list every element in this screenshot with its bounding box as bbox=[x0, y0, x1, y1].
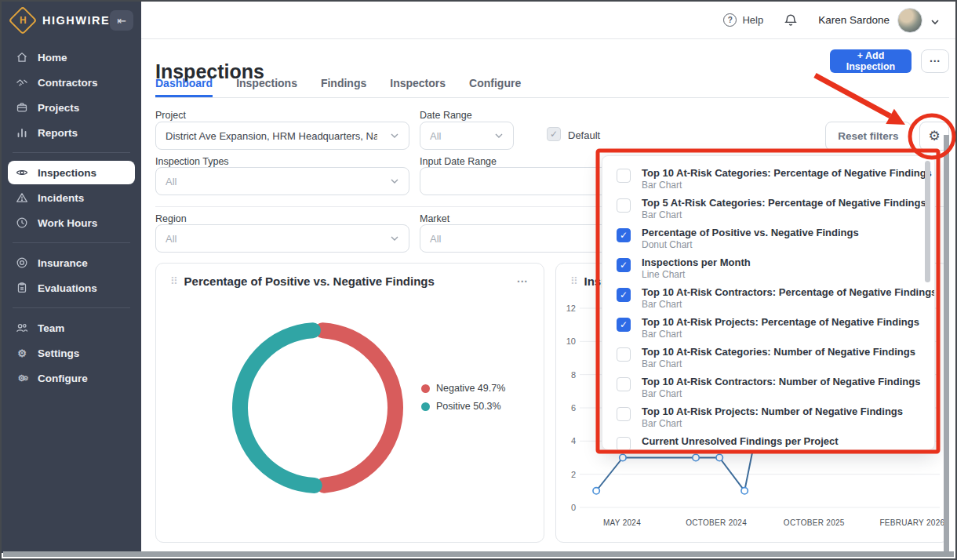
chart-picker-item[interactable]: Top 10 At-Risk Categories: Number of Neg… bbox=[617, 346, 934, 370]
legend-dot bbox=[421, 402, 430, 411]
reset-filters-button[interactable]: Reset filters bbox=[825, 122, 912, 151]
notifications-bell-icon[interactable] bbox=[784, 13, 798, 27]
checkbox-checked[interactable]: ✓ bbox=[617, 258, 631, 272]
svg-text:10: 10 bbox=[566, 336, 576, 346]
highwire-logo-icon: H bbox=[9, 6, 38, 35]
chart-picker-item[interactable]: ✓Top 10 At-Risk Projects: Percentage of … bbox=[617, 316, 934, 340]
sidebar-divider bbox=[13, 242, 130, 243]
region-filter-placeholder: All bbox=[166, 233, 176, 245]
sidebar-divider bbox=[13, 307, 130, 308]
avatar bbox=[897, 8, 922, 33]
chart-picker-item[interactable]: ✓Top 10 At-Risk Contractors: Percentage … bbox=[617, 286, 934, 311]
donut-chart bbox=[225, 315, 410, 500]
checkbox-checked[interactable]: ✓ bbox=[617, 318, 631, 332]
line-data-point bbox=[620, 454, 626, 460]
chart-picker-item-subtitle: Bar Chart bbox=[642, 329, 919, 340]
user-menu[interactable]: Karen Sardone bbox=[818, 8, 940, 33]
project-filter-select[interactable]: District Ave Expansion, HRM Headquarters… bbox=[155, 122, 409, 150]
sidebar-item-label: Insurance bbox=[38, 257, 88, 269]
horizontal-scrollbar[interactable] bbox=[3, 551, 954, 557]
market-filter-placeholder: All bbox=[430, 233, 441, 245]
sidebar-item-incidents[interactable]: Incidents bbox=[8, 186, 135, 209]
input-date-range-filter-label: Input Date Range bbox=[420, 156, 497, 167]
sidebar-collapse-button[interactable]: ⇤ bbox=[110, 10, 133, 31]
default-checkbox[interactable]: ✓ bbox=[547, 127, 561, 141]
chart-picker-item-title: Top 5 At-Risk Categories: Percentage of … bbox=[642, 197, 926, 209]
svg-text:OCTOBER 2025: OCTOBER 2025 bbox=[784, 518, 845, 527]
chart-picker-item[interactable]: Top 10 At-Risk Projects: Number of Negat… bbox=[617, 405, 934, 430]
legend-item: Negative 49.7% bbox=[421, 383, 505, 394]
chart-picker-item[interactable]: Top 10 At-Risk Categories: Percentage of… bbox=[617, 167, 934, 191]
region-filter-select[interactable]: All bbox=[155, 224, 409, 253]
sidebar-item-settings[interactable]: ⚙ Settings bbox=[8, 341, 135, 365]
sidebar-item-projects[interactable]: Projects bbox=[8, 96, 135, 119]
line-data-point bbox=[593, 488, 599, 494]
drag-handle-icon[interactable]: ⠿ bbox=[170, 275, 178, 287]
chart-picker-item[interactable]: Top 5 At-Risk Categories: Percentage of … bbox=[617, 197, 934, 221]
chevron-down-icon bbox=[390, 131, 399, 140]
sidebar-item-inspections[interactable]: Inspections bbox=[8, 161, 135, 184]
sidebar-item-evaluations[interactable]: Evaluations bbox=[8, 276, 135, 300]
checkbox-unchecked[interactable] bbox=[617, 347, 631, 362]
svg-text:2: 2 bbox=[571, 470, 576, 479]
vertical-scrollbar[interactable] bbox=[944, 135, 949, 553]
eye-icon bbox=[16, 166, 28, 179]
clock-icon bbox=[16, 216, 28, 229]
chart-picker-item[interactable]: ✓Percentage of Positive vs. Negative Fin… bbox=[617, 227, 934, 251]
sidebar-item-contractors[interactable]: Contractors bbox=[8, 71, 135, 94]
legend-label: Positive 50.3% bbox=[436, 401, 501, 412]
sidebar-item-team[interactable]: Team bbox=[8, 316, 135, 340]
tab-configure[interactable]: Configure bbox=[469, 77, 521, 97]
donut-card-more-button[interactable]: ··· bbox=[512, 275, 533, 288]
chart-picker-item[interactable]: Top 10 At-Risk Contractors: Number of Ne… bbox=[617, 376, 934, 400]
sidebar-divider bbox=[13, 152, 130, 153]
tab-findings[interactable]: Findings bbox=[321, 77, 366, 97]
tab-inspections[interactable]: Inspections bbox=[236, 77, 297, 97]
sidebar-item-insurance[interactable]: Insurance bbox=[8, 251, 135, 275]
chart-picker-item-title: Top 10 At-Risk Categories: Number of Neg… bbox=[642, 346, 915, 358]
help-question-icon: ? bbox=[723, 13, 737, 27]
tab-bar: Dashboard Inspections Findings Inspector… bbox=[155, 77, 949, 98]
svg-text:4: 4 bbox=[571, 436, 576, 445]
donut-card-title: Percentage of Positive vs. Negative Find… bbox=[184, 275, 435, 288]
page-more-button[interactable]: ··· bbox=[921, 49, 949, 73]
checkbox-unchecked[interactable] bbox=[617, 198, 631, 213]
chevron-down-icon bbox=[390, 176, 399, 186]
chart-picker-item-title: Inspections per Month bbox=[642, 256, 751, 269]
chart-picker-item[interactable]: ✓Inspections per MonthLine Chart bbox=[617, 256, 934, 281]
sidebar-item-label: Work Hours bbox=[38, 217, 97, 229]
help-button[interactable]: ? Help bbox=[723, 13, 763, 27]
gear-icon: ⚙ bbox=[16, 347, 28, 359]
sidebar-item-home[interactable]: Home bbox=[8, 45, 135, 69]
checkbox-unchecked[interactable] bbox=[617, 169, 631, 183]
chart-picker-item-title: Top 10 At-Risk Projects: Number of Negat… bbox=[642, 405, 903, 418]
checkbox-unchecked[interactable] bbox=[617, 407, 631, 421]
sidebar-item-reports[interactable]: Reports bbox=[8, 121, 135, 144]
svg-text:FEBRUARY 2026: FEBRUARY 2026 bbox=[879, 518, 944, 527]
add-inspection-button[interactable]: + Add Inspection bbox=[830, 49, 912, 73]
sidebar-item-configure[interactable]: ⚙⚙ Configure bbox=[8, 366, 135, 390]
checkbox-checked[interactable]: ✓ bbox=[617, 288, 631, 302]
checkbox-checked[interactable]: ✓ bbox=[617, 228, 631, 242]
warning-triangle-icon bbox=[16, 191, 28, 204]
picker-scrollbar-thumb[interactable] bbox=[925, 161, 930, 282]
chart-picker-item-subtitle: Bar Chart bbox=[642, 180, 932, 191]
market-filter-label: Market bbox=[420, 213, 449, 224]
sidebar-item-work-hours[interactable]: Work Hours bbox=[8, 211, 135, 235]
sidebar-item-label: Projects bbox=[38, 102, 79, 114]
svg-text:8: 8 bbox=[571, 370, 576, 380]
chart-picker-panel: Top 10 At-Risk Categories: Percentage of… bbox=[602, 155, 935, 450]
chart-picker-item[interactable]: Current Unresolved Findings per ProjectB… bbox=[617, 435, 934, 450]
line-data-point bbox=[741, 488, 748, 494]
check-icon: ✓ bbox=[550, 129, 558, 140]
checkbox-unchecked[interactable] bbox=[617, 377, 631, 391]
date-range-filter-placeholder: All bbox=[430, 130, 441, 142]
tab-inspectors[interactable]: Inspectors bbox=[390, 77, 446, 97]
chart-picker-item-subtitle: Bar Chart bbox=[642, 299, 935, 311]
help-label: Help bbox=[742, 14, 763, 26]
tab-dashboard[interactable]: Dashboard bbox=[155, 77, 213, 97]
lifebuoy-icon bbox=[16, 256, 28, 269]
checkbox-unchecked[interactable] bbox=[617, 437, 631, 450]
date-range-filter-select[interactable]: All bbox=[420, 122, 514, 150]
inspection-types-filter-select[interactable]: All bbox=[155, 167, 409, 195]
